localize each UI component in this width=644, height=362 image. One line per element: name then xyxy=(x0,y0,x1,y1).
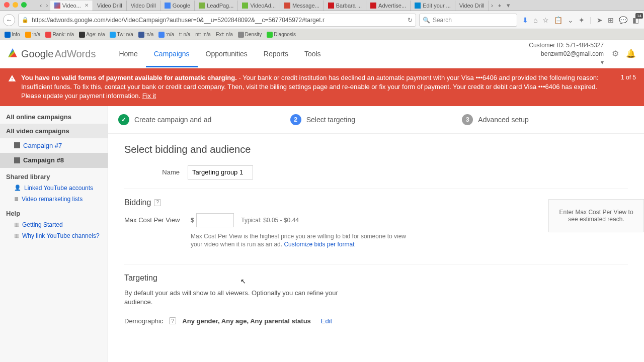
download-icon[interactable]: ⬇ xyxy=(522,16,528,24)
puzzle-icon[interactable]: ✦ xyxy=(579,16,585,24)
browser-tab[interactable]: Edit your ... xyxy=(411,1,455,11)
targeting-title: Targeting xyxy=(124,274,628,283)
nav-home[interactable]: Home xyxy=(111,41,145,67)
tab-label: VideoAd... xyxy=(250,3,276,9)
bookmark-item[interactable]: nt: :n/a xyxy=(194,32,212,37)
fix-it-link[interactable]: Fix it xyxy=(142,92,156,100)
tab-overflow-right-icon[interactable]: › xyxy=(489,2,495,9)
browser-tab[interactable]: Advertise... xyxy=(366,1,411,11)
bell-icon[interactable]: 🔔 xyxy=(626,48,636,59)
browser-tab[interactable]: Video...✕ xyxy=(50,1,93,11)
step-2[interactable]: 2 Select targeting xyxy=(290,114,462,125)
bookmark-item[interactable]: Ext: n/a xyxy=(214,32,234,37)
sidebar-getting-started[interactable]: ▥Getting Started xyxy=(0,219,108,230)
sidebar-campaign-8[interactable]: Campaign #8 xyxy=(0,153,108,168)
tab-label: Google xyxy=(173,3,190,9)
tab-close-icon[interactable]: ✕ xyxy=(85,3,89,8)
nav-tools[interactable]: Tools xyxy=(296,41,329,67)
bookmark-item[interactable]: Density xyxy=(236,32,263,38)
apps-icon[interactable]: ⊞ xyxy=(608,16,614,24)
gear-icon[interactable]: ⚙ xyxy=(612,48,619,59)
step-1[interactable]: ✓ Create campaign and ad xyxy=(118,114,290,125)
bookmark-item[interactable]: Info xyxy=(3,32,22,38)
nav-campaigns[interactable]: Campaigns xyxy=(146,41,198,67)
youtube-favicon-icon xyxy=(328,3,334,9)
campaign-icon xyxy=(14,157,20,163)
pocket-icon[interactable]: ⌄ xyxy=(568,16,574,24)
max-cpv-input[interactable] xyxy=(196,213,234,227)
customer-id: Customer ID: 571-484-5327 xyxy=(529,41,604,50)
help-icon[interactable]: ? xyxy=(169,317,176,324)
clipboard-icon[interactable]: 📋 xyxy=(554,16,562,24)
new-tab-button[interactable]: + xyxy=(495,3,504,9)
notification-icon[interactable]: ◧ xyxy=(632,16,639,24)
tab-label: Barbara ... xyxy=(336,3,362,9)
home-icon[interactable]: ⌂ xyxy=(533,16,537,24)
nav-opportunities[interactable]: Opportunities xyxy=(198,41,256,67)
nav-reports[interactable]: Reports xyxy=(256,41,296,67)
browser-tab[interactable]: LeadPag... xyxy=(195,1,238,11)
divider xyxy=(124,189,628,189)
search-field[interactable]: 🔍 Search xyxy=(419,14,517,27)
mac-window-controls[interactable] xyxy=(4,2,27,8)
list-icon: ≣ xyxy=(14,196,19,202)
name-input[interactable] xyxy=(188,165,253,179)
name-label: Name xyxy=(124,168,180,176)
send-icon[interactable]: ➤ xyxy=(597,16,603,24)
browser-tab[interactable]: Barbara ... xyxy=(324,1,366,11)
browser-tab[interactable]: Message... xyxy=(280,1,324,11)
bm-icon xyxy=(238,32,244,38)
browser-tab-bar: ‹ › Video...✕ Video Drill Video Drill Go… xyxy=(0,0,644,11)
minimize-icon[interactable] xyxy=(13,2,18,8)
demographic-value: Any gender, Any age, Any parental status xyxy=(182,317,311,325)
refresh-icon[interactable]: ↻ xyxy=(408,17,413,24)
bookmark-item[interactable]: Age: n/a xyxy=(77,32,106,38)
tab-label: Message... xyxy=(292,3,319,9)
section-title: Select bidding and audience xyxy=(124,144,628,155)
name-row: Name xyxy=(124,165,628,179)
sidebar-remarketing[interactable]: ≣Video remarketing lists xyxy=(0,194,108,205)
alert-text: You have no valid forms of payment avail… xyxy=(21,73,611,101)
step-3[interactable]: 3 Advanced setup xyxy=(462,114,634,125)
url-text: https://adwords.google.com/video/VideoCa… xyxy=(32,17,405,24)
bookmark-item[interactable]: t: n/a xyxy=(178,32,192,37)
browser-tab[interactable]: Video Drill xyxy=(455,1,489,11)
bookmark-item[interactable]: :n/a xyxy=(137,32,155,38)
sidebar-shared-header: Shared library xyxy=(0,168,108,183)
favicon-icon xyxy=(199,3,205,9)
sidebar-linked-youtube[interactable]: 👤Linked YouTube accounts xyxy=(0,183,108,194)
edit-demographic-link[interactable]: Edit xyxy=(321,317,332,325)
bookmark-item[interactable]: Diagnosis xyxy=(265,32,297,38)
help-icon[interactable]: ? xyxy=(154,199,161,206)
account-dropdown[interactable]: Customer ID: 571-484-5327 benzwm02@gmail… xyxy=(529,41,604,66)
tab-nav-left-icon[interactable]: ‹ xyxy=(38,2,44,9)
sidebar-campaign-7[interactable]: Campaign #7 xyxy=(0,138,108,153)
browser-tab[interactable]: Video Drill xyxy=(127,1,160,11)
tab-menu-icon[interactable]: ▾ xyxy=(505,2,512,9)
chat-icon[interactable]: 💬 xyxy=(619,16,627,24)
tab-nav-right-icon[interactable]: › xyxy=(44,2,50,9)
bookmark-item[interactable]: :n/a xyxy=(157,32,176,38)
bookmark-item[interactable]: Tw: n/a xyxy=(108,32,134,38)
close-icon[interactable] xyxy=(4,2,10,8)
adwords-logo[interactable]: Google AdWords xyxy=(8,48,96,60)
browser-tab[interactable]: Google xyxy=(160,1,195,11)
browser-tab[interactable]: VideoAd... xyxy=(238,1,280,11)
star-icon[interactable]: ☆ xyxy=(542,16,549,24)
browser-tab[interactable]: Video Drill xyxy=(93,1,127,11)
demographic-row: Demographic ? Any gender, Any age, Any p… xyxy=(124,317,628,325)
bookmark-item[interactable]: Rank: n/a xyxy=(44,32,75,38)
bm-icon xyxy=(158,32,165,38)
url-bar-row: ← 🔒 https://adwords.google.com/video/Vid… xyxy=(0,11,644,29)
sidebar-all-online[interactable]: All online campaigns xyxy=(0,110,108,124)
url-field[interactable]: 🔒 https://adwords.google.com/video/Video… xyxy=(18,14,416,27)
customize-bids-link[interactable]: Customize bids per format xyxy=(284,241,354,248)
reach-estimate-box: Enter Max Cost Per View to see estimated… xyxy=(548,199,644,232)
payment-alert: You have no valid forms of payment avail… xyxy=(0,68,644,106)
sidebar-all-video[interactable]: All video campaigns xyxy=(0,124,108,138)
back-button[interactable]: ← xyxy=(3,14,15,26)
sidebar-why-link-youtube[interactable]: ▥Why link YouTube channels? xyxy=(0,230,108,241)
maximize-icon[interactable] xyxy=(21,2,27,8)
bookmark-item[interactable]: :n/a xyxy=(24,32,42,38)
main-nav: Home Campaigns Opportunities Reports Too… xyxy=(111,41,329,67)
